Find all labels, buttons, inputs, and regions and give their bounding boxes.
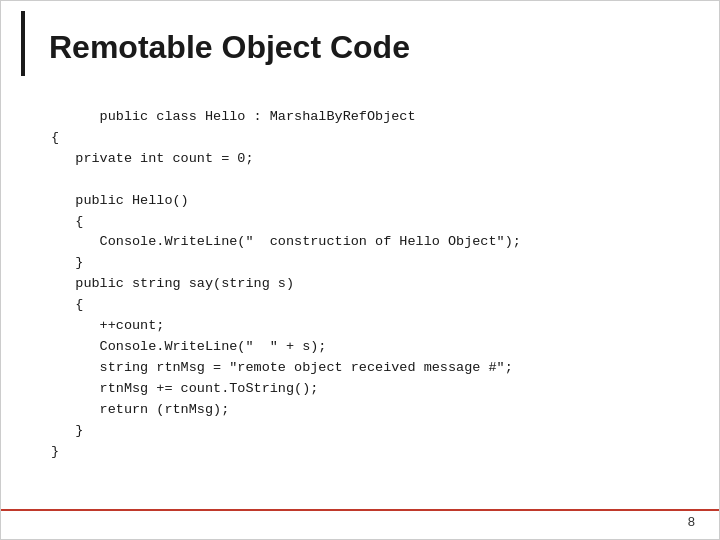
code-line-8: } <box>51 255 83 270</box>
code-line-13: string rtnMsg = "remote object received … <box>51 360 513 375</box>
title-bar: Remotable Object Code <box>21 11 699 76</box>
slide-title: Remotable Object Code <box>49 29 410 65</box>
content-area: public class Hello : MarshalByRefObject … <box>1 86 719 494</box>
code-line-3: private int count = 0; <box>51 151 254 166</box>
code-line-10: { <box>51 297 83 312</box>
code-line-7: Console.WriteLine(" construction of Hell… <box>51 234 521 249</box>
code-line-11: ++count; <box>51 318 164 333</box>
page-number: 8 <box>688 514 695 529</box>
slide-container: Remotable Object Code public class Hello… <box>0 0 720 540</box>
code-line-17: } <box>51 444 59 459</box>
code-line-6: { <box>51 214 83 229</box>
code-line-9: public string say(string s) <box>51 276 294 291</box>
code-line-1: public class Hello : MarshalByRefObject <box>100 109 416 124</box>
code-line-5: public Hello() <box>51 193 189 208</box>
code-block: public class Hello : MarshalByRefObject … <box>51 86 679 484</box>
code-line-16: } <box>51 423 83 438</box>
code-line-2: { <box>51 130 59 145</box>
code-line-12: Console.WriteLine(" " + s); <box>51 339 326 354</box>
code-line-14: rtnMsg += count.ToString(); <box>51 381 318 396</box>
code-line-15: return (rtnMsg); <box>51 402 229 417</box>
divider-line <box>1 509 719 511</box>
